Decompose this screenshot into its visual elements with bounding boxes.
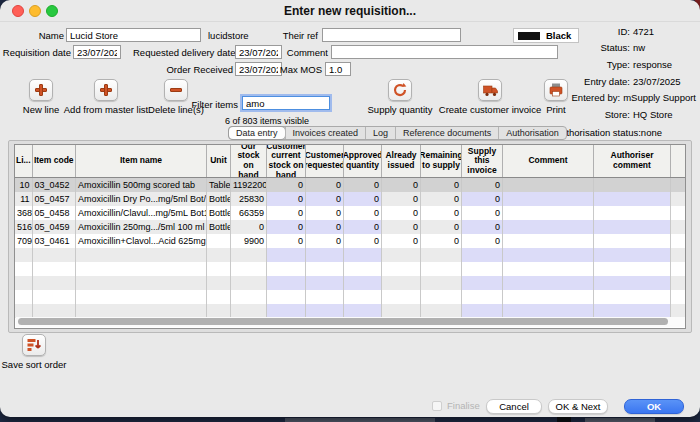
customer-current-stock-cell[interactable] [267,248,306,262]
customer-current-stock-cell[interactable]: 0 [267,234,306,248]
requested-delivery-date-field[interactable] [235,45,282,59]
authoriser-comment-cell[interactable] [594,178,671,192]
table-row[interactable]: 51605_0459Amoxicillin 250mg.../5ml 100 m… [15,220,685,234]
table-row[interactable]: 1003_0452Amoxicillin 500mg scored tabTab… [15,178,685,192]
customer-current-stock-cell[interactable]: 0 [267,206,306,220]
table-row[interactable] [15,276,685,290]
customer-requested-cell[interactable]: 0 [306,206,344,220]
print-button[interactable]: Print [516,79,596,115]
header-authoriser-comment[interactable]: Authoriser comment [594,145,671,177]
save-sort-order-button[interactable]: Save sort order [1,334,67,370]
customer-requested-cell[interactable] [306,290,344,304]
customer-current-stock-cell[interactable]: 0 [267,220,306,234]
authoriser-comment-cell[interactable] [594,220,671,234]
customer-current-stock-cell[interactable] [267,304,306,318]
header-remaining-to-supply[interactable]: Remaining to supply [421,145,462,177]
supply-this-invoice-cell[interactable]: 0 [462,220,503,234]
tab-reference-documents[interactable]: Reference documents [395,127,498,139]
approved-quantity-cell[interactable] [344,262,382,276]
customer-requested-cell[interactable] [306,248,344,262]
supply-this-invoice-cell[interactable] [462,304,503,318]
supply-quantity-button[interactable]: Supply quantity [355,79,445,115]
authoriser-comment-cell[interactable] [594,206,671,220]
max-mos-field[interactable] [325,62,351,76]
comment-cell[interactable] [503,178,594,192]
table-row[interactable] [15,248,685,262]
header-item-code[interactable]: Item code [33,145,77,177]
header-line[interactable]: Li... [15,145,33,177]
name-field[interactable] [66,28,201,42]
tab-log[interactable]: Log [365,127,395,139]
comment-cell[interactable] [503,192,594,206]
comment-cell[interactable] [503,220,594,234]
comment-cell[interactable] [503,276,594,290]
approved-quantity-cell[interactable]: 0 [344,178,382,192]
requisition-date-field[interactable] [73,45,121,59]
approved-quantity-cell[interactable]: 0 [344,220,382,234]
supply-this-invoice-cell[interactable]: 0 [462,192,503,206]
header-supply-this-invoice[interactable]: Supply this invoice [462,145,503,177]
header-customer-current-stock[interactable]: Customer current stock on hand [267,145,306,177]
supply-this-invoice-cell[interactable] [462,248,503,262]
authoriser-comment-cell[interactable] [594,234,671,248]
header-comment[interactable]: Comment [503,145,594,177]
customer-requested-cell[interactable] [306,304,344,318]
authoriser-comment-cell[interactable] [594,262,671,276]
add-from-master-list-button[interactable]: Add from master list [66,79,146,115]
comment-cell[interactable] [503,248,594,262]
approved-quantity-cell[interactable]: 0 [344,206,382,220]
supply-this-invoice-cell[interactable]: 0 [462,178,503,192]
customer-requested-cell[interactable] [306,276,344,290]
table-row[interactable]: 36805_0458Amoxicillin/Clavul...mg/5mL Bo… [15,206,685,220]
header-customer-requested[interactable]: Customer requested [306,145,344,177]
approved-quantity-cell[interactable] [344,276,382,290]
supply-this-invoice-cell[interactable] [462,262,503,276]
table-row[interactable] [15,290,685,304]
header-already-issued[interactable]: Already issued [382,145,421,177]
table-row[interactable]: 1105_0457Amoxicillin Dry Po...mg/5ml Bot… [15,192,685,206]
customer-current-stock-cell[interactable]: 0 [267,178,306,192]
header-our-stock-on-hand[interactable]: Our stock on hand [231,145,267,177]
approved-quantity-cell[interactable] [344,290,382,304]
customer-current-stock-cell[interactable] [267,290,306,304]
customer-requested-cell[interactable]: 0 [306,220,344,234]
authoriser-comment-cell[interactable] [594,248,671,262]
supply-this-invoice-cell[interactable]: 0 [462,206,503,220]
comment-cell[interactable] [503,290,594,304]
approved-quantity-cell[interactable]: 0 [344,192,382,206]
authoriser-comment-cell[interactable] [594,290,671,304]
cancel-button[interactable]: Cancel [486,399,542,414]
table-row[interactable] [15,304,685,318]
comment-field[interactable] [331,45,558,59]
approved-quantity-cell[interactable] [344,248,382,262]
header-approved-quantity[interactable]: Approved quantity [344,145,382,177]
table-row[interactable] [15,262,685,276]
filter-items-input[interactable] [242,96,330,110]
authoriser-comment-cell[interactable] [594,192,671,206]
approved-quantity-cell[interactable] [344,304,382,318]
supply-this-invoice-cell[interactable] [462,290,503,304]
table-row[interactable]: 70903_0461Amoxicillin+Clavol...Acid 625m… [15,234,685,248]
authoriser-comment-cell[interactable] [594,276,671,290]
tab-authorisation[interactable]: Authorisation [498,127,566,139]
tab-data-entry[interactable]: Data entry [229,127,285,139]
horizontal-scrollbar[interactable] [16,317,686,327]
ok-next-button[interactable]: OK & Next [548,399,608,414]
ok-button[interactable]: OK [624,399,684,414]
customer-requested-cell[interactable]: 0 [306,192,344,206]
customer-current-stock-cell[interactable]: 0 [267,192,306,206]
scrollbar-thumb[interactable] [18,318,668,325]
authoriser-comment-cell[interactable] [594,304,671,318]
comment-cell[interactable] [503,262,594,276]
their-ref-field[interactable] [322,28,461,42]
tab-invoices-created[interactable]: Invoices created [285,127,366,139]
comment-cell[interactable] [503,234,594,248]
customer-requested-cell[interactable]: 0 [306,234,344,248]
titlebar[interactable]: Enter new requisition... [0,0,700,22]
header-item-name[interactable]: Item name [76,145,207,177]
supply-this-invoice-cell[interactable]: 0 [462,234,503,248]
comment-cell[interactable] [503,304,594,318]
finalise-checkbox[interactable] [432,401,442,411]
comment-cell[interactable] [503,206,594,220]
header-unit[interactable]: Unit [207,145,231,177]
